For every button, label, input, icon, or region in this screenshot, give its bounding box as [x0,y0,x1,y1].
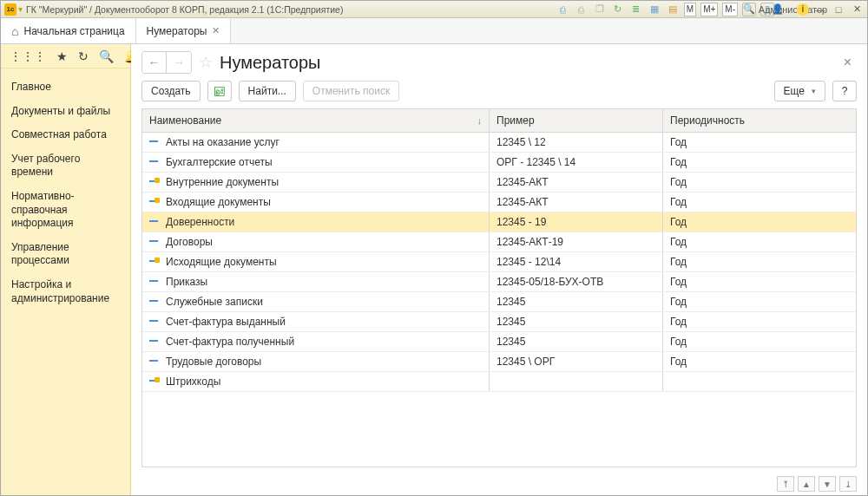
table-row[interactable]: Внутренние документы12345-АКТГод [142,173,856,193]
search-icon[interactable]: 🔍 [99,49,114,63]
table-row[interactable]: Штрихкоды [142,372,856,392]
row-doc-icon [149,357,161,366]
row-doc-icon [149,377,161,386]
info-icon[interactable]: i [797,3,809,16]
print-preview-icon[interactable]: ⎙ [556,3,570,16]
table-row[interactable]: Исходящие документы12345 - 12\14Год [142,252,856,272]
table-pager: ⤒ ▲ ▼ ⤓ [131,474,867,495]
main-panel: ← → ☆ Нумераторы × Создать 🗟 Найти... От… [131,44,867,495]
help-button[interactable]: ? [832,81,857,101]
row-period: Год [670,296,687,308]
row-example: 12345-АКТ-19 [496,236,563,248]
table-row[interactable]: Служебные записки12345Год [142,292,856,312]
calendar-icon[interactable]: ▦ [648,3,661,16]
row-name: Трудовые договоры [166,356,261,368]
maximize-button[interactable]: □ [832,3,845,16]
row-period: Год [670,316,687,328]
tab-close-icon[interactable]: ✕ [212,25,220,36]
table-row[interactable]: Счет-фактура выданный12345Год [142,312,856,332]
tab-numerators[interactable]: Нумераторы ✕ [136,18,232,43]
home-icon: ⌂ [11,24,18,38]
row-period: Год [670,136,687,148]
row-name: Доверенности [166,216,234,228]
zoom-icon[interactable]: 🔍 [742,3,756,16]
table-row[interactable]: Акты на оказание услуг12345 \ 12Год [142,133,856,153]
row-name: Штрихкоды [166,375,220,388]
refresh-icon[interactable]: ↻ [611,3,625,16]
col-name-label: Наименование [149,114,221,127]
create-button[interactable]: Создать [141,81,201,101]
row-example: 12345-05/18-БУХ-ОТВ [496,276,603,288]
history-nav: ← → [141,51,192,74]
print-icon[interactable]: ⎙ [575,3,589,16]
row-doc-icon [149,337,161,346]
nav-reference[interactable]: Нормативно-справочная информация [1,185,130,236]
pager-down-button[interactable]: ▼ [819,476,836,492]
calc-icon[interactable]: ▤ [666,3,680,16]
favorite-icon[interactable]: ★ [56,49,68,63]
table-row[interactable]: Бухгалтерские отчетыОРГ - 12345 \ 14Год [142,153,856,173]
row-period: Год [670,156,687,168]
table-body: Акты на оказание услуг12345 \ 12ГодБухга… [142,133,856,467]
m-plus-button[interactable]: M+ [700,3,718,16]
row-period: Год [670,336,687,348]
m-button[interactable]: M [684,3,696,16]
col-header-example[interactable]: Пример [490,109,663,132]
pager-last-button[interactable]: ⤓ [839,476,857,492]
nav-timesheet[interactable]: Учет рабочего времени [1,147,130,185]
sidebar-nav: Главное Документы и файлы Совместная раб… [1,69,130,317]
row-period: Год [670,256,687,268]
row-period: Год [670,176,687,188]
row-doc-icon [149,178,161,186]
table-row[interactable]: Договоры12345-АКТ-19Год [142,232,856,252]
pager-up-button[interactable]: ▲ [798,476,815,492]
m-minus-button[interactable]: M- [722,3,738,16]
page-close-button[interactable]: × [838,55,857,70]
minimize-button[interactable]: — [813,3,827,16]
back-button[interactable]: ← [142,52,167,73]
table-row[interactable]: Доверенности12345 - 19Год [142,212,856,232]
row-example: 12345-АКТ [496,196,549,208]
row-doc-icon [149,317,161,326]
nav-processes[interactable]: Управление процессами [1,236,130,273]
close-button[interactable]: ✕ [850,3,864,16]
pager-first-button[interactable]: ⤒ [777,476,794,492]
nav-documents[interactable]: Документы и файлы [1,100,130,124]
compare-icon[interactable]: ≣ [629,3,643,16]
col-header-name[interactable]: Наименование ↓ [142,109,490,132]
data-table: Наименование ↓ Пример Периодичность Акты… [141,108,857,467]
row-name: Счет-фактура выданный [166,316,286,328]
row-doc-icon [149,138,161,147]
copy-icon[interactable]: ❐ [593,3,607,16]
row-doc-icon [149,238,161,246]
table-header: Наименование ↓ Пример Периодичность [142,109,856,133]
chevron-down-icon: ▾ [812,87,816,95]
nav-main[interactable]: Главное [1,75,130,100]
nav-administration[interactable]: Настройка и администрирование [1,273,130,310]
copy-create-button[interactable]: 🗟 [207,81,232,101]
tab-home[interactable]: ⌂ Начальная страница [1,18,136,43]
table-row[interactable]: Счет-фактура полученный12345Год [142,332,856,352]
row-name: Акты на оказание услуг [166,136,279,148]
table-row[interactable]: Входящие документы12345-АКТГод [142,193,856,212]
sidebar: ⋮⋮⋮ ★ ↻ 🔍 🔔 Главное Документы и файлы Со… [1,44,131,495]
find-button[interactable]: Найти... [239,81,296,101]
col-header-period[interactable]: Периодичность [663,109,856,132]
row-example: 12345 - 12\14 [496,256,561,268]
row-example: 12345 - 19 [496,216,546,228]
nav-collaboration[interactable]: Совместная работа [1,123,130,147]
user-badge[interactable]: 👤 Администратор [779,3,792,16]
table-row[interactable]: Трудовые договоры12345 \ ОРГГод [142,352,856,372]
row-example: 12345 [496,336,525,348]
tabstrip: ⌂ Начальная страница Нумераторы ✕ [1,18,867,44]
app-menu-dropdown[interactable]: ▾ [18,4,23,14]
more-button[interactable]: Еще▾ [774,81,825,101]
apps-icon[interactable]: ⋮⋮⋮ [10,49,46,63]
tab-current-label: Нумераторы [147,25,207,37]
titlebar-tools: ⎙ ⎙ ❐ ↻ ≣ ▦ ▤ M M+ M- 🔍 ▯ 👤 Администрато… [556,3,864,16]
row-period: Год [670,356,687,368]
forward-button[interactable]: → [167,52,191,73]
history-icon[interactable]: ↻ [78,49,89,63]
favorite-star-icon[interactable]: ☆ [199,53,213,72]
table-row[interactable]: Приказы12345-05/18-БУХ-ОТВГод [142,272,856,292]
